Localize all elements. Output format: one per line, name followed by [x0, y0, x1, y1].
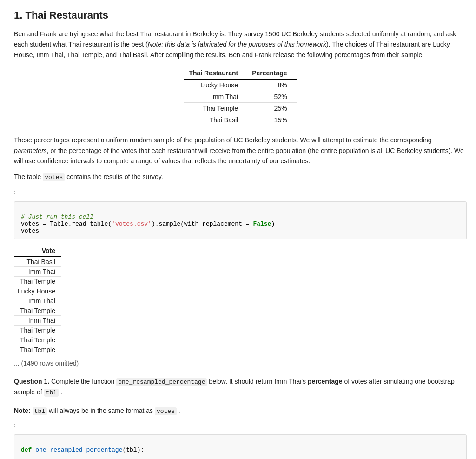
- vote-cell: Thai Temple: [14, 326, 61, 335]
- list-item: Lucky House: [14, 286, 61, 296]
- code-line2: votes = Table.read_table('votes.csv').sa…: [21, 220, 275, 227]
- para2-italic: parameters: [14, 147, 47, 154]
- para3-text: The table: [14, 173, 43, 180]
- list-item: Thai Temple: [14, 335, 61, 345]
- votes-code-inline: votes: [43, 173, 65, 181]
- vote-cell: Imm Thai: [14, 296, 61, 306]
- table-row: Lucky House8%: [184, 79, 296, 91]
- code-cell-1: # Just run this cell votes = Table.read_…: [14, 201, 467, 239]
- votes-col-header: Vote: [14, 245, 61, 257]
- question1-tbl: tbl: [44, 389, 59, 397]
- list-item: Imm Thai: [14, 296, 61, 306]
- table-row: Thai Temple25%: [184, 103, 296, 114]
- list-item: Thai Temple: [14, 326, 61, 335]
- question1-bold: percentage: [308, 378, 343, 385]
- page-title: 1. Thai Restaurants: [14, 9, 467, 21]
- note1-text: will always be in the same format as: [47, 407, 155, 414]
- question1-text-after: below. It should return Imm Thai's: [207, 378, 307, 385]
- para2-text: These percentages represent a uniform ra…: [14, 136, 432, 144]
- code-cell-2-container: : def one_resampled_percentage(tbl): one…: [14, 421, 467, 459]
- para3-end-text: contains the results of the survey.: [65, 173, 163, 180]
- list-item: Thai Temple: [14, 306, 61, 316]
- note1-label: Note:: [14, 407, 31, 414]
- restaurant-pct-cell: 15%: [247, 114, 296, 126]
- restaurant-table-container: Thai Restaurant Percentage Lucky House8%…: [14, 67, 467, 126]
- note1-block: Note: tbl will always be in the same for…: [14, 406, 467, 417]
- code-cell-1-container: : # Just run this cell votes = Table.rea…: [14, 188, 467, 239]
- list-item: Imm Thai: [14, 316, 61, 326]
- intro-paragraph: Ben and Frank are trying see what the be…: [14, 29, 467, 60]
- vote-cell: Thai Temple: [14, 306, 61, 316]
- table-row: Thai Basil15%: [184, 114, 296, 126]
- vote-cell: Thai Temple: [14, 345, 61, 355]
- code-line3: votes: [21, 227, 39, 234]
- col1-header: Thai Restaurant: [184, 67, 247, 79]
- vote-cell: Imm Thai: [14, 316, 61, 326]
- restaurant-name-cell: Imm Thai: [184, 91, 247, 103]
- note1-code: tbl: [33, 407, 47, 415]
- restaurant-name-cell: Thai Temple: [184, 103, 247, 114]
- vote-cell: Thai Temple: [14, 277, 61, 286]
- question1-block: Question 1. Complete the function one_re…: [14, 376, 467, 399]
- question1-func: one_resampled_percentage: [116, 378, 207, 386]
- list-item: Thai Temple: [14, 277, 61, 286]
- restaurant-pct-cell: 52%: [247, 91, 296, 103]
- col2-header: Percentage: [247, 67, 296, 79]
- restaurant-name-cell: Lucky House: [184, 79, 247, 91]
- restaurant-name-cell: Thai Basil: [184, 114, 247, 126]
- note1-period: .: [177, 407, 180, 414]
- intro-note: Note: this data is fabricated for the pu…: [148, 40, 326, 48]
- vote-cell: Thai Basil: [14, 257, 61, 267]
- list-item: Thai Temple: [14, 345, 61, 355]
- para2-end: , or the percentage of the votes that ea…: [14, 147, 464, 165]
- cell-marker-1: :: [14, 188, 16, 196]
- code-comment: # Just run this cell: [21, 213, 93, 220]
- restaurant-table: Thai Restaurant Percentage Lucky House8%…: [184, 67, 296, 126]
- question1-period: .: [59, 388, 62, 396]
- vote-cell: Lucky House: [14, 286, 61, 296]
- code2-line1: def one_resampled_percentage(tbl):: [21, 446, 144, 453]
- list-item: Thai Basil: [14, 257, 61, 267]
- vote-cell: Imm Thai: [14, 267, 61, 277]
- para2: These percentages represent a uniform ra…: [14, 135, 467, 166]
- vote-cell: Thai Temple: [14, 335, 61, 345]
- omitted-rows-text: ... (1490 rows omitted): [14, 358, 467, 368]
- note1-votes: votes: [155, 407, 177, 415]
- question1-label: Question 1.: [14, 378, 49, 385]
- table-row: Imm Thai52%: [184, 91, 296, 103]
- question1-text-before: Complete the function: [49, 378, 116, 385]
- code-cell-2: def one_resampled_percentage(tbl): one_r…: [14, 434, 467, 459]
- cell-marker-2: :: [14, 421, 16, 429]
- para3: The table votes contains the results of …: [14, 172, 467, 183]
- list-item: Imm Thai: [14, 267, 61, 277]
- restaurant-pct-cell: 8%: [247, 79, 296, 91]
- restaurant-pct-cell: 25%: [247, 103, 296, 114]
- votes-table: Vote Thai BasilImm ThaiThai TempleLucky …: [14, 245, 61, 354]
